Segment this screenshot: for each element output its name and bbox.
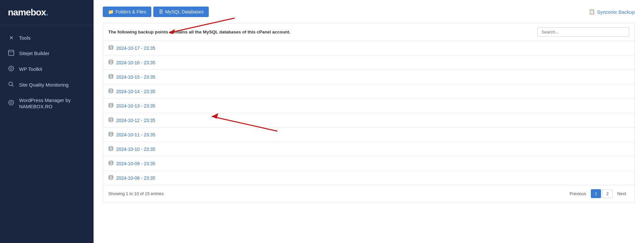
top-bar-left: 📁 Folders & Files 🗄 MySQL Databases [103,7,209,17]
backup-date: 2024-10-12 - 23:35 [116,118,155,123]
previous-button[interactable]: Previous [566,190,590,198]
svg-point-16 [109,103,113,105]
backup-entry-link[interactable]: 2024-10-08 - 23:35 [108,175,629,181]
database-icon [108,74,114,80]
synconix-icon: 📋 [589,9,595,15]
svg-point-6 [9,100,14,105]
svg-point-18 [109,132,113,133]
svg-point-21 [109,175,113,177]
backup-entry-link[interactable]: 2024-10-16 - 23:35 [108,59,629,66]
sidebar-item-sqm-label: Site Quality Monitoring [19,82,69,88]
table-row: 2024-10-11 - 23:35 [103,128,635,142]
backup-entry-link[interactable]: 2024-10-14 - 23:35 [108,88,629,94]
search-input[interactable] [537,27,629,37]
backup-date: 2024-10-08 - 23:35 [116,175,155,181]
content-area: 📁 Folders & Files 🗄 MySQL Databases 📋 Sy… [94,0,644,243]
wpmanager-icon [8,100,14,107]
sqm-icon [8,81,14,89]
database-icon [108,117,114,123]
svg-point-3 [10,68,12,70]
sidebar-item-tools[interactable]: ✕ Tools [0,30,94,46]
database-icon [108,88,114,94]
sidebar-item-wptoolkit[interactable]: WP Toolkit [0,61,94,77]
database-icon [108,175,114,181]
sidebar-item-sqm[interactable]: Site Quality Monitoring [0,77,94,93]
database-icon [108,103,114,109]
backup-date: 2024-10-10 - 23:35 [116,147,155,152]
backup-table: 2024-10-17 - 23:35 2024-10-16 - 23:35 [103,41,635,185]
svg-line-5 [12,85,14,87]
database-icon [108,59,114,66]
backup-date: 2024-10-13 - 23:35 [116,103,155,109]
backup-date: 2024-10-16 - 23:35 [116,60,155,65]
backup-entry-link[interactable]: 2024-10-09 - 23:35 [108,160,629,167]
mysql-icon: 🗄 [159,9,163,14]
sidebar-item-sitejet-label: Sitejet Builder [19,50,50,57]
main-content: 📁 Folders & Files 🗄 MySQL Databases 📋 Sy… [94,0,644,243]
mysql-databases-label: MySQL Databases [165,9,204,14]
backup-entry-link[interactable]: 2024-10-17 - 23:35 [108,45,629,51]
backup-date: 2024-10-09 - 23:35 [116,161,155,166]
mysql-databases-button[interactable]: 🗄 MySQL Databases [153,7,209,17]
backup-date: 2024-10-15 - 23:35 [116,74,155,80]
table-row: 2024-10-09 - 23:35 [103,156,635,171]
svg-point-17 [109,118,113,119]
table-row: 2024-10-10 - 23:35 [103,142,635,156]
page-1-button[interactable]: 1 [591,189,601,198]
next-button[interactable]: Next [614,190,629,198]
logo-area: namebox. [0,0,94,25]
info-description: The following backup points contains all… [108,30,290,34]
wptoolkit-icon [8,66,14,73]
table-row: 2024-10-17 - 23:35 [103,41,635,55]
sidebar-nav: ✕ Tools Sitejet Builder WP Toolkit Site … [0,25,94,119]
svg-point-2 [9,66,14,71]
backup-entry-link[interactable]: 2024-10-12 - 23:35 [108,117,629,123]
backup-date: 2024-10-11 - 23:35 [116,132,155,137]
table-row: 2024-10-12 - 23:35 [103,113,635,128]
table-row: 2024-10-14 - 23:35 [103,84,635,99]
pagination: Previous 1 2 Next [566,189,629,198]
backup-date: 2024-10-17 - 23:35 [116,46,155,51]
folders-files-button[interactable]: 📁 Folders & Files [103,7,151,17]
synconix-backup-link[interactable]: 📋 Synconix Backup [589,9,635,15]
tools-icon: ✕ [8,35,14,41]
backup-entry-link[interactable]: 2024-10-10 - 23:35 [108,146,629,152]
svg-point-19 [109,147,113,148]
table-row: 2024-10-08 - 23:35 [103,171,635,185]
sidebar-item-sitejet[interactable]: Sitejet Builder [0,46,94,61]
folders-files-label: Folders & Files [116,9,146,14]
backup-date: 2024-10-14 - 23:35 [116,89,155,94]
folders-icon: 📁 [108,9,114,14]
logo-dot: . [46,7,48,17]
database-icon [108,160,114,167]
table-footer: Showing 1 to 10 of 15 entries Previous 1… [103,185,635,202]
logo-main: namebox [8,7,46,17]
svg-point-12 [109,46,113,47]
database-icon [108,146,114,152]
logo: namebox. [8,7,48,17]
svg-point-7 [10,102,12,104]
svg-rect-0 [9,50,14,55]
svg-point-20 [109,161,113,162]
backup-entry-link[interactable]: 2024-10-13 - 23:35 [108,103,629,109]
sidebar-item-wpmanager[interactable]: WordPress Manager byNAMEBOX.RO [0,93,94,114]
database-icon [108,132,114,138]
backup-entry-link[interactable]: 2024-10-11 - 23:35 [108,132,629,138]
svg-point-14 [109,74,113,76]
svg-point-15 [109,89,113,90]
backup-entry-link[interactable]: 2024-10-15 - 23:35 [108,74,629,80]
table-row: 2024-10-16 - 23:35 [103,55,635,70]
showing-text: Showing 1 to 10 of 15 entries [108,191,163,196]
page-2-button[interactable]: 2 [602,189,612,198]
svg-point-13 [109,60,113,61]
sidebar-item-wptoolkit-label: WP Toolkit [19,66,42,72]
table-row: 2024-10-15 - 23:35 [103,70,635,84]
svg-point-4 [9,82,12,86]
top-bar: 📁 Folders & Files 🗄 MySQL Databases 📋 Sy… [103,7,635,17]
sitejet-icon [8,50,14,57]
sidebar-item-wpmanager-label: WordPress Manager byNAMEBOX.RO [19,97,71,110]
sidebar: namebox. ✕ Tools Sitejet Builder WP Tool… [0,0,94,243]
database-icon [108,45,114,51]
table-row: 2024-10-13 - 23:35 [103,99,635,113]
info-bar: The following backup points contains all… [103,23,635,41]
